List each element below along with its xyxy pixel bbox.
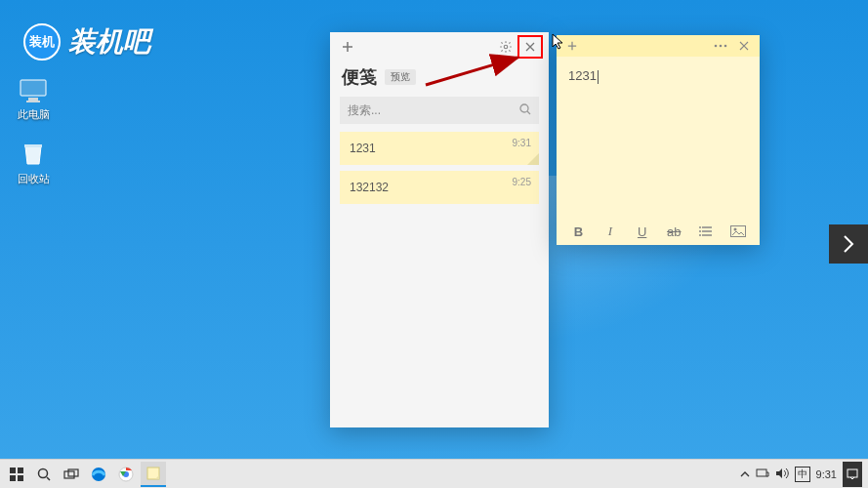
close-icon (525, 42, 535, 52)
taskbar-app-sticky-notes[interactable] (141, 462, 166, 487)
windows-icon (10, 468, 23, 481)
svg-rect-21 (68, 469, 78, 476)
new-note-button[interactable] (336, 35, 359, 59)
text-caret (598, 70, 599, 84)
note-time: 9:31 (513, 138, 531, 148)
svg-rect-20 (64, 471, 74, 478)
task-view-button[interactable] (59, 462, 84, 487)
note-list-item[interactable]: 9:31 1231 (340, 132, 539, 165)
svg-point-4 (504, 45, 508, 49)
svg-rect-27 (847, 469, 857, 477)
brand-text: 装机吧 (68, 23, 150, 61)
desktop-icon-label: 此电脑 (18, 108, 50, 120)
svg-rect-17 (10, 475, 16, 481)
notification-icon (847, 468, 858, 480)
image-button[interactable] (727, 222, 749, 241)
sticky-note-editor-window: 1231 B I U ab (557, 35, 760, 245)
svg-rect-0 (21, 80, 46, 96)
svg-point-11 (699, 234, 701, 236)
sticky-editor-titlebar (557, 35, 760, 57)
svg-rect-18 (18, 475, 23, 481)
brand-logo: 装机 装机吧 (23, 23, 150, 61)
close-button[interactable] (732, 34, 756, 58)
more-icon (714, 44, 727, 48)
svg-rect-16 (18, 468, 23, 473)
taskbar: 中 9:31 (0, 459, 868, 488)
desktop-icon-this-pc[interactable]: 此电脑 (14, 78, 53, 122)
svg-point-9 (699, 226, 701, 228)
brand-badge: 装机 (23, 23, 61, 61)
search-icon (37, 468, 51, 481)
svg-rect-15 (10, 468, 16, 473)
this-pc-icon (19, 78, 48, 103)
search-button[interactable] (31, 462, 57, 487)
desktop: 装机 装机吧 此电脑 回收站 便笺 预览 (0, 0, 868, 488)
settings-button[interactable] (494, 35, 517, 59)
task-view-icon (63, 468, 79, 480)
edge-icon (91, 467, 106, 482)
taskbar-app-edge[interactable] (86, 462, 111, 487)
svg-point-19 (39, 468, 48, 477)
more-menu-button[interactable] (709, 34, 732, 58)
desktop-icon-label: 回收站 (18, 173, 50, 184)
chrome-icon (118, 467, 134, 482)
list-button[interactable] (695, 222, 717, 241)
tray-volume-icon[interactable] (775, 468, 789, 481)
note-content: 1231 (568, 68, 597, 83)
svg-rect-3 (24, 144, 42, 147)
tray-clock[interactable]: 9:31 (816, 468, 837, 480)
italic-button[interactable]: I (599, 222, 621, 241)
bold-button[interactable]: B (567, 222, 589, 241)
note-text: 132132 (350, 181, 389, 194)
svg-point-5 (520, 104, 528, 112)
note-editor-textarea[interactable]: 1231 (557, 57, 760, 218)
tray-ime-icon[interactable]: 中 (795, 467, 810, 482)
gear-icon (499, 40, 513, 54)
sticky-list-titlebar (330, 32, 549, 61)
sticky-notes-list-window: 便笺 预览 搜索... 9:31 1231 9:25 132132 (330, 32, 549, 427)
new-note-button[interactable] (560, 34, 584, 58)
svg-point-8 (724, 45, 727, 48)
next-slide-button[interactable] (829, 224, 868, 264)
note-fold-icon (527, 153, 539, 165)
search-icon (519, 103, 531, 118)
close-icon (739, 41, 749, 51)
list-icon (699, 225, 713, 237)
tray-chevron-icon[interactable] (740, 468, 750, 480)
preview-chip: 预览 (385, 69, 416, 85)
underline-button[interactable]: U (632, 222, 653, 241)
search-placeholder: 搜索... (348, 102, 381, 119)
sticky-list-title: 便笺 (342, 65, 377, 89)
close-button[interactable] (517, 35, 543, 59)
strikethrough-button[interactable]: ab (663, 222, 684, 241)
plus-icon (567, 41, 577, 51)
taskbar-app-chrome[interactable] (113, 462, 139, 487)
note-time: 9:25 (513, 177, 531, 187)
start-button[interactable] (4, 462, 29, 487)
search-input[interactable]: 搜索... (340, 97, 539, 124)
plus-icon (342, 41, 353, 53)
svg-point-7 (720, 45, 723, 48)
svg-rect-1 (28, 98, 38, 101)
note-text: 1231 (350, 142, 376, 155)
action-center-button[interactable] (843, 462, 862, 487)
svg-point-13 (733, 228, 736, 231)
image-icon (730, 225, 746, 237)
desktop-icon-recycle-bin[interactable]: 回收站 (14, 141, 53, 186)
chevron-right-icon (842, 234, 855, 254)
recycle-bin-icon (20, 141, 47, 168)
svg-rect-26 (757, 469, 766, 476)
format-toolbar: B I U ab (557, 218, 760, 245)
tray-network-icon[interactable] (756, 468, 769, 481)
sticky-notes-icon (146, 467, 160, 480)
svg-point-6 (715, 45, 718, 48)
note-list-item[interactable]: 9:25 132132 (340, 171, 539, 204)
svg-rect-2 (26, 101, 40, 102)
svg-point-10 (699, 230, 701, 232)
